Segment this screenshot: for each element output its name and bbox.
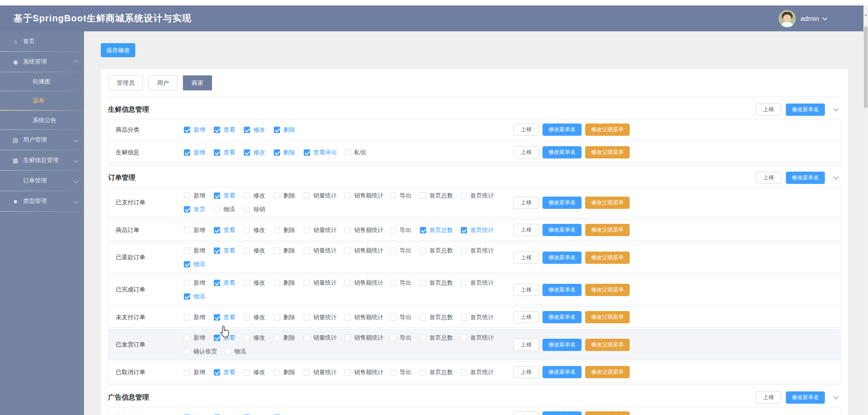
checkbox-item-删除[interactable]: 删除 — [274, 313, 304, 321]
checkbox-unchecked-icon[interactable] — [345, 227, 351, 233]
move-up-button[interactable]: 上移 — [513, 411, 539, 415]
checkbox-unchecked-icon[interactable] — [304, 335, 310, 341]
checkbox-unchecked-icon[interactable] — [420, 335, 426, 341]
rename-menu-button[interactable]: 修改菜单名 — [786, 172, 825, 184]
checkbox-item-销售额统计[interactable]: 销售额统计 — [345, 368, 390, 376]
checkbox-item-修改[interactable]: 修改 — [244, 279, 274, 287]
checkbox-item-销售额统计[interactable]: 销售额统计 — [345, 192, 390, 200]
checkbox-unchecked-icon[interactable] — [304, 369, 310, 375]
collapse-chevron-icon[interactable] — [833, 106, 839, 112]
move-up-button[interactable]: 上移 — [756, 172, 781, 184]
checkbox-unchecked-icon[interactable] — [184, 335, 190, 341]
checkbox-checked-icon[interactable] — [214, 314, 220, 321]
checkbox-item-新增[interactable]: 新增 — [184, 126, 214, 134]
move-up-button[interactable]: 上移 — [513, 252, 539, 264]
checkbox-item-查看[interactable]: 查看 — [214, 148, 244, 157]
checkbox-unchecked-icon[interactable] — [184, 348, 190, 355]
checkbox-item-销量统计[interactable]: 销量统计 — [304, 192, 345, 200]
checkbox-item-物流[interactable]: 物流 — [214, 205, 244, 213]
checkbox-item-新增[interactable]: 新增 — [184, 226, 214, 234]
checkbox-item-删除[interactable]: 删除 — [274, 226, 304, 234]
sidebar-item-首页[interactable]: ⌂首页 — [0, 31, 84, 51]
rename-menu-button[interactable]: 修改菜单名 — [542, 252, 582, 264]
checkbox-checked-icon[interactable] — [184, 261, 190, 267]
checkbox-checked-icon[interactable] — [304, 149, 310, 156]
checkbox-item-新增[interactable]: 新增 — [184, 279, 214, 287]
checkbox-unchecked-icon[interactable] — [345, 247, 351, 254]
checkbox-unchecked-icon[interactable] — [461, 335, 467, 341]
checkbox-unchecked-icon[interactable] — [461, 247, 467, 254]
checkbox-unchecked-icon[interactable] — [274, 314, 280, 321]
checkbox-unchecked-icon[interactable] — [214, 206, 220, 212]
checkbox-checked-icon[interactable] — [274, 127, 280, 133]
checkbox-item-物流[interactable]: 物流 — [184, 260, 214, 268]
checkbox-unchecked-icon[interactable] — [274, 193, 280, 199]
tab-商家[interactable]: 商家 — [183, 75, 212, 90]
rename-menu-button[interactable]: 修改菜单名 — [542, 224, 582, 236]
checkbox-item-首页统计[interactable]: 首页统计 — [461, 313, 502, 321]
change-parent-button[interactable]: 修改父级菜单 — [585, 311, 630, 323]
move-up-button[interactable]: 上移 — [513, 366, 539, 378]
checkbox-item-销量统计[interactable]: 销量统计 — [304, 279, 345, 287]
change-parent-button[interactable]: 修改父级菜单 — [585, 197, 630, 209]
checkbox-item-查看[interactable]: 查看 — [214, 279, 244, 287]
checkbox-unchecked-icon[interactable] — [390, 227, 396, 233]
checkbox-item-修改[interactable]: 修改 — [244, 334, 274, 342]
collapse-chevron-icon[interactable] — [833, 394, 839, 400]
checkbox-item-查看[interactable]: 查看 — [214, 414, 244, 415]
checkbox-unchecked-icon[interactable] — [244, 247, 250, 254]
checkbox-unchecked-icon[interactable] — [390, 280, 396, 286]
checkbox-item-导出[interactable]: 导出 — [390, 279, 420, 287]
checkbox-item-销售额统计[interactable]: 销售额统计 — [345, 279, 390, 287]
checkbox-item-首页统计[interactable]: 首页统计 — [461, 368, 502, 376]
sidebar-item-系统管理[interactable]: ◉系统管理 — [0, 52, 84, 72]
change-parent-button[interactable]: 修改父级菜单 — [585, 252, 630, 264]
checkbox-unchecked-icon[interactable] — [420, 369, 426, 375]
checkbox-unchecked-icon[interactable] — [244, 335, 250, 341]
checkbox-item-新增[interactable]: 新增 — [184, 414, 214, 415]
checkbox-unchecked-icon[interactable] — [274, 335, 280, 341]
checkbox-item-删除[interactable]: 删除 — [274, 126, 304, 134]
checkbox-item-修改[interactable]: 修改 — [244, 226, 274, 234]
checkbox-checked-icon[interactable] — [244, 127, 250, 133]
checkbox-unchecked-icon[interactable] — [390, 335, 396, 341]
checkbox-unchecked-icon[interactable] — [244, 369, 250, 375]
checkbox-unchecked-icon[interactable] — [184, 247, 190, 254]
checkbox-item-查看[interactable]: 查看 — [214, 192, 244, 200]
checkbox-unchecked-icon[interactable] — [274, 227, 280, 233]
checkbox-item-导出[interactable]: 导出 — [390, 313, 420, 321]
checkbox-checked-icon[interactable] — [214, 227, 220, 233]
checkbox-item-查看[interactable]: 查看 — [214, 226, 244, 234]
checkbox-unchecked-icon[interactable] — [390, 247, 396, 254]
checkbox-item-物流[interactable]: 物流 — [225, 347, 255, 356]
checkbox-item-导出[interactable]: 导出 — [390, 192, 420, 200]
change-parent-button[interactable]: 修改父级菜单 — [585, 366, 630, 378]
checkbox-item-首页统计[interactable]: 首页统计 — [461, 192, 502, 200]
checkbox-unchecked-icon[interactable] — [420, 280, 426, 286]
checkbox-item-删除[interactable]: 删除 — [274, 279, 304, 287]
checkbox-item-修改[interactable]: 修改 — [244, 192, 274, 200]
checkbox-checked-icon[interactable] — [461, 227, 467, 233]
checkbox-unchecked-icon[interactable] — [304, 247, 310, 254]
sidebar-subitem-系统公告[interactable]: 系统公告 — [0, 111, 84, 129]
checkbox-unchecked-icon[interactable] — [390, 369, 396, 375]
rename-menu-button[interactable]: 修改菜单名 — [542, 284, 582, 296]
checkbox-item-首页总数[interactable]: 首页总数 — [420, 368, 461, 376]
checkbox-unchecked-icon[interactable] — [244, 227, 250, 233]
checkbox-item-核销[interactable]: 核销 — [244, 205, 274, 213]
checkbox-item-查看[interactable]: 查看 — [214, 368, 244, 376]
scrollbar-up-arrow-icon[interactable]: ▲ — [863, 12, 868, 18]
checkbox-unchecked-icon[interactable] — [345, 280, 351, 286]
checkbox-item-发货[interactable]: 发货 — [184, 205, 214, 213]
checkbox-item-新增[interactable]: 新增 — [184, 247, 214, 255]
checkbox-checked-icon[interactable] — [214, 369, 220, 375]
move-up-button[interactable]: 上移 — [513, 224, 539, 236]
sidebar-item-用户管理[interactable]: ▤用户管理 — [0, 130, 84, 150]
checkbox-checked-icon[interactable] — [244, 149, 250, 156]
move-up-button[interactable]: 上移 — [513, 339, 539, 351]
checkbox-checked-icon[interactable] — [184, 206, 190, 212]
avatar[interactable] — [779, 10, 796, 27]
rename-menu-button[interactable]: 修改菜单名 — [542, 311, 582, 323]
checkbox-unchecked-icon[interactable] — [304, 314, 310, 321]
checkbox-item-销量统计[interactable]: 销量统计 — [304, 313, 345, 321]
